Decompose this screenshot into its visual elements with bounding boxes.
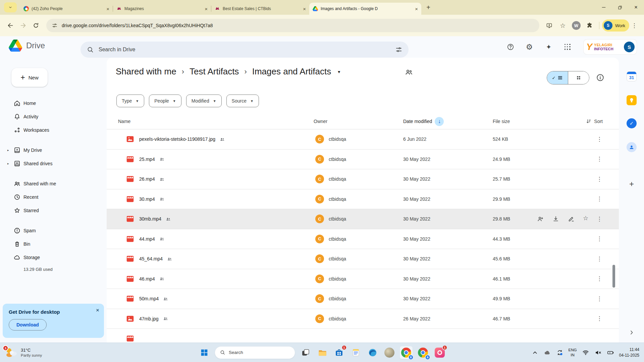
volume-muted-icon[interactable]: [594, 349, 602, 356]
tab-close-icon[interactable]: ×: [106, 6, 109, 12]
browser-menu-icon[interactable]: ⋮: [629, 22, 639, 29]
sidebar-item[interactable]: Storage: [0, 251, 107, 264]
row-more-options-icon[interactable]: ⋮: [595, 149, 604, 169]
folder-shared-icon[interactable]: [405, 68, 413, 76]
new-button[interactable]: + New: [11, 68, 48, 87]
file-name[interactable]: 30mb.mp4: [139, 216, 161, 222]
drive-search-bar[interactable]: Search in Drive: [80, 42, 409, 58]
file-explorer-icon[interactable]: [316, 346, 329, 359]
file-name[interactable]: 26.mp4: [139, 176, 155, 182]
tab-zoho-people[interactable]: (42) Zoho People ×: [20, 3, 113, 15]
sidebar-item[interactable]: Recent: [0, 190, 107, 204]
task-view-icon[interactable]: [299, 346, 312, 359]
list-view-button-selected[interactable]: ✓: [547, 71, 568, 84]
breadcrumb-shared-with-me[interactable]: Shared with me: [116, 66, 176, 77]
hidden-icons-chevron-icon[interactable]: [531, 349, 539, 356]
get-add-ons-icon[interactable]: +: [627, 179, 637, 189]
file-name[interactable]: 50m.mp4: [139, 296, 159, 301]
details-info-icon[interactable]: [596, 73, 605, 82]
edge-icon[interactable]: [366, 346, 379, 359]
promo-close-icon[interactable]: ×: [96, 307, 99, 314]
new-tab-button[interactable]: +: [423, 2, 433, 12]
file-row[interactable]: 46.mp4 C ctbidsqa 30 May 2022 46.1 MB ⋮: [107, 269, 619, 289]
wifi-icon[interactable]: [582, 349, 589, 356]
row-more-options-icon[interactable]: ⋮: [595, 289, 604, 309]
folder-menu-caret-icon[interactable]: ▾: [338, 69, 340, 74]
filter-chip[interactable]: Modified ▼: [186, 95, 222, 107]
tab-close-icon[interactable]: ×: [303, 6, 306, 12]
filter-chip[interactable]: Source ▼: [226, 95, 259, 107]
row-more-options-icon[interactable]: ⋮: [595, 189, 604, 209]
google-apps-grid-icon[interactable]: [563, 42, 572, 52]
sidebar-item[interactable]: ▸ Shared drives: [0, 157, 107, 170]
row-more-options-icon[interactable]: ⋮: [595, 169, 604, 189]
tab-google-drive-active[interactable]: Images and Artifacts - Google D ×: [309, 3, 421, 15]
sidebar-item[interactable]: Home: [0, 97, 107, 110]
column-header-owner[interactable]: Owner: [314, 113, 327, 129]
filter-chip[interactable]: People ▼: [149, 95, 181, 107]
forward-button[interactable]: [17, 20, 29, 31]
download-icon[interactable]: [552, 215, 559, 223]
download-button[interactable]: Download: [9, 319, 47, 330]
document-app-icon[interactable]: [350, 346, 362, 359]
onedrive-cloud-icon[interactable]: [544, 349, 551, 356]
install-drive-icon[interactable]: [544, 20, 555, 31]
account-org-chip[interactable]: Y YELAGIRI INFOTECH S: [584, 40, 637, 54]
tab-close-icon[interactable]: ×: [205, 6, 208, 12]
tab-close-icon[interactable]: ×: [415, 6, 418, 12]
back-button[interactable]: [5, 20, 16, 31]
tab-search-button[interactable]: [4, 2, 17, 12]
pink-app-icon[interactable]: 1: [433, 346, 446, 359]
taskbar-search[interactable]: Search: [215, 346, 295, 359]
extension-w-icon[interactable]: W: [571, 20, 582, 31]
advanced-search-icon[interactable]: [395, 46, 402, 53]
scrollbar-thumb[interactable]: [612, 265, 615, 288]
keep-icon[interactable]: [627, 95, 637, 105]
site-settings-icon[interactable]: [52, 22, 58, 28]
bookmark-star-icon[interactable]: ☆: [557, 20, 569, 31]
row-more-options-icon[interactable]: ⋮: [595, 229, 604, 249]
extensions-puzzle-icon[interactable]: [584, 20, 595, 31]
chrome-icon-active[interactable]: 8: [400, 346, 413, 359]
file-name[interactable]: 25.mp4: [139, 157, 155, 162]
file-row[interactable]: 45_64.mp4 C ctbidsqa 30 May 2022 45.6 MB…: [107, 249, 619, 269]
expand-caret-icon[interactable]: ▸: [7, 162, 9, 165]
tasks-icon[interactable]: ✓: [627, 118, 637, 128]
grid-view-button[interactable]: [568, 71, 589, 84]
file-row[interactable]: 50m.mp4 C ctbidsqa 30 May 2022 49.9 MB ⋮: [107, 289, 619, 309]
file-row[interactable]: 26.mp4 C ctbidsqa 30 May 2022 25.7 MB ⋮: [107, 169, 619, 189]
file-row[interactable]: 47mb.jpg C ctbidsqa 26 May 2022 46.7 MB …: [107, 309, 619, 329]
sidebar-item[interactable]: Bin: [0, 237, 107, 251]
drive-logo[interactable]: Drive: [9, 40, 45, 52]
row-more-options-icon[interactable]: ⋮: [595, 269, 604, 289]
sort-direction-icon[interactable]: ↓: [435, 117, 444, 126]
browser-profile-chip[interactable]: S Work: [602, 19, 629, 32]
weather-widget[interactable]: 3 31°C Partly sunny: [5, 347, 75, 358]
column-header-name[interactable]: Name: [118, 113, 130, 129]
file-row[interactable]: pexels-viktoria-stetsko-11908917.jpg C c…: [107, 129, 619, 149]
sidebar-item[interactable]: Shared with me: [0, 177, 107, 190]
calendar-icon[interactable]: 31: [627, 71, 637, 81]
file-name[interactable]: 44.mp4: [139, 236, 155, 242]
help-icon[interactable]: [506, 42, 515, 52]
row-more-options-icon[interactable]: ⋮: [595, 209, 604, 229]
url-text[interactable]: drive.google.com/drive/folders/1LkeaCSpq…: [62, 23, 213, 28]
tab-ctbids[interactable]: Best Estate Sales | CTBids ×: [211, 3, 309, 15]
reload-button[interactable]: [30, 20, 42, 31]
sort-button[interactable]: Sort: [586, 113, 603, 129]
file-row[interactable]: 30mb.mp4 C ctbidsqa 30 May 2022 29.8 MB …: [107, 209, 619, 229]
file-row[interactable]: [107, 329, 619, 343]
sidebar-item[interactable]: ▸ My Drive: [0, 143, 107, 157]
share-person-add-icon[interactable]: [537, 215, 544, 223]
settings-gear-icon[interactable]: ⚙: [525, 42, 534, 52]
sidebar-item[interactable]: Starred: [0, 204, 107, 217]
row-more-options-icon[interactable]: ⋮: [595, 309, 604, 329]
contacts-icon[interactable]: [627, 142, 637, 152]
account-avatar[interactable]: S: [624, 42, 635, 52]
chrome-icon-secondary[interactable]: 6: [417, 346, 429, 359]
row-more-options-icon[interactable]: ⋮: [595, 129, 604, 149]
file-row[interactable]: 44.mp4 C ctbidsqa 30 May 2022 44.3 MB ⋮: [107, 229, 619, 249]
column-header-file-size[interactable]: File size: [493, 113, 510, 129]
store-app-icon[interactable]: 1: [333, 346, 345, 359]
file-name[interactable]: 46.mp4: [139, 276, 155, 282]
